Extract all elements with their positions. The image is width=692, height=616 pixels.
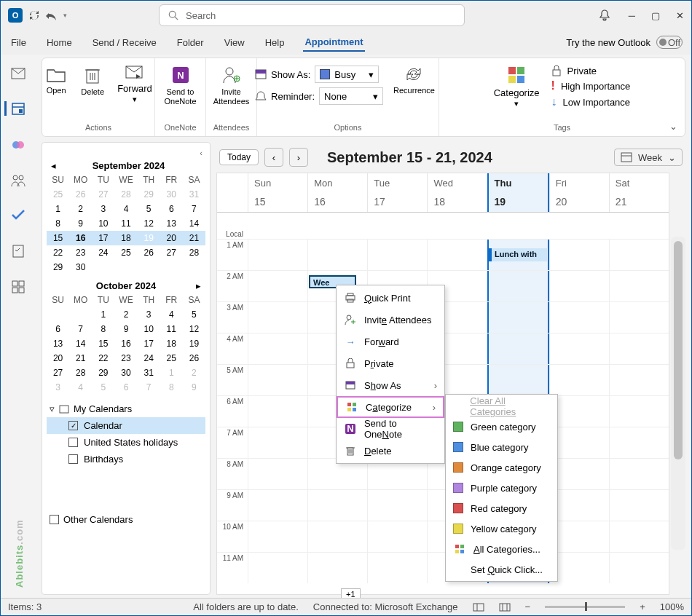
vertical-scrollbar[interactable] xyxy=(671,237,685,550)
svg-rect-32 xyxy=(517,76,524,83)
ctx-show-as[interactable]: Show As› xyxy=(337,374,444,396)
sub-clear-all: Clear All Categories xyxy=(446,396,557,416)
menu-send-receive[interactable]: Send / Receive xyxy=(91,34,158,51)
ribbon-categorize[interactable]: Categorize▾ xyxy=(488,61,546,113)
ribbon-group-onenote: OneNote xyxy=(164,123,196,133)
ctx-delete[interactable]: Delete xyxy=(337,440,444,462)
bell-icon[interactable] xyxy=(598,9,611,22)
sidebar-collapse[interactable]: ‹ xyxy=(47,147,205,159)
tasks-icon[interactable] xyxy=(12,244,25,258)
mini-calendar-oct[interactable]: SUMOTUWETHFRSA12345678910111213141516171… xyxy=(47,293,205,395)
ribbon-high-importance[interactable]: !High Importance xyxy=(551,79,631,92)
day-header-mon[interactable]: Mon16 xyxy=(307,173,367,212)
ribbon-group-attendees: Attendees xyxy=(213,123,250,133)
event-lunch[interactable]: Lunch with xyxy=(489,248,547,261)
calendar-item-holidays[interactable]: United States holidays xyxy=(47,434,205,451)
menu-view[interactable]: View xyxy=(223,34,246,51)
sub-purple[interactable]: Purple category xyxy=(446,478,557,498)
sub-orange[interactable]: Orange category xyxy=(446,457,557,478)
next-week-button[interactable]: › xyxy=(289,148,308,167)
day-header-sun[interactable]: Sun15 xyxy=(248,173,307,212)
menu-appointment[interactable]: Appointment xyxy=(303,33,364,52)
svg-rect-60 xyxy=(460,550,464,553)
sub-red[interactable]: Red category xyxy=(446,498,557,518)
svg-point-9 xyxy=(19,175,23,180)
mini-calendar-sept[interactable]: SUMOTUWETHFRSA25262728293031123456789101… xyxy=(47,173,205,275)
ribbon-group-tags: Tags xyxy=(554,123,570,133)
zoom-out[interactable]: − xyxy=(525,601,531,612)
svg-rect-38 xyxy=(347,293,353,296)
day-header-thu[interactable]: Thu19 xyxy=(487,173,549,212)
sub-blue[interactable]: Blue category xyxy=(446,437,557,457)
svg-rect-59 xyxy=(455,550,459,553)
view-reading-icon[interactable] xyxy=(499,603,511,612)
other-calendars-header[interactable]: Other Calendars xyxy=(47,511,205,528)
prev-week-button[interactable]: ‹ xyxy=(264,148,283,167)
ribbon-recurrence[interactable]: Recurrence xyxy=(388,61,441,105)
ribbon-onenote[interactable]: N Send to OneNote xyxy=(158,61,202,111)
ribbon-invite[interactable]: Invite Attendees xyxy=(208,61,256,111)
show-as-select[interactable]: Busy▾ xyxy=(315,66,379,83)
next-month[interactable]: ▸ xyxy=(196,280,201,291)
day-header-fri[interactable]: Fri20 xyxy=(549,173,609,212)
view-week-button[interactable]: Week ⌄ xyxy=(614,149,683,166)
ribbon-low-importance[interactable]: ↓Low Importance xyxy=(551,95,631,108)
sub-yellow[interactable]: Yellow category xyxy=(446,518,557,539)
sync-icon[interactable] xyxy=(28,9,40,21)
menu-home[interactable]: Home xyxy=(45,34,74,51)
search-input[interactable]: Search xyxy=(159,4,465,26)
today-button[interactable]: Today xyxy=(219,149,259,165)
ribbon-delete[interactable]: Delete xyxy=(75,61,110,101)
sub-set-quick-click[interactable]: Set Quick Click... xyxy=(446,559,557,580)
ctx-forward[interactable]: →Forward xyxy=(337,331,444,352)
toggle-off-icon[interactable]: Off xyxy=(656,36,683,49)
svg-rect-11 xyxy=(12,281,17,286)
ctx-onenote[interactable]: NSend to OneNote xyxy=(337,418,444,440)
ctx-quick-print[interactable]: Quick Print xyxy=(337,287,444,309)
calendar-item-calendar[interactable]: Calendar xyxy=(47,417,205,434)
sub-all-categories[interactable]: All Categories... xyxy=(446,539,557,559)
chevron-down-icon[interactable]: ▾ xyxy=(63,12,67,19)
todo-icon[interactable] xyxy=(11,209,25,222)
reminder-label: Reminder: xyxy=(271,91,315,102)
undo-icon[interactable] xyxy=(46,10,58,20)
mail-icon[interactable] xyxy=(11,68,25,79)
svg-rect-35 xyxy=(621,153,632,162)
prev-month[interactable]: ◂ xyxy=(51,160,56,171)
my-calendars-header[interactable]: ▿ My Calendars xyxy=(47,400,205,417)
month1-title: September 2024 xyxy=(56,160,201,171)
ctx-invite-attendees[interactable]: Invite Attendees xyxy=(337,309,444,331)
try-new-outlook[interactable]: Try the new Outlook Off xyxy=(566,36,683,49)
ctx-private[interactable]: Private xyxy=(337,352,444,374)
svg-point-23 xyxy=(226,68,233,75)
copilot-icon[interactable] xyxy=(11,138,25,152)
ribbon-forward[interactable]: Forward▾ xyxy=(111,61,158,108)
menu-file[interactable]: File xyxy=(9,34,28,51)
close-button[interactable]: ✕ xyxy=(676,10,684,21)
ribbon-open[interactable]: Open xyxy=(39,61,74,100)
svg-rect-5 xyxy=(19,109,23,113)
day-header-wed[interactable]: Wed18 xyxy=(427,173,487,212)
minimize-button[interactable]: ─ xyxy=(629,10,635,21)
ctx-categorize[interactable]: Categorize› xyxy=(337,396,444,418)
calendar-item-birthdays[interactable]: Birthdays xyxy=(47,451,205,467)
svg-rect-31 xyxy=(508,76,516,83)
maximize-button[interactable]: ▢ xyxy=(651,10,660,21)
calendar-icon[interactable] xyxy=(4,101,25,116)
day-header-tue[interactable]: Tue17 xyxy=(367,173,427,212)
view-normal-icon[interactable] xyxy=(473,603,484,612)
day-header-sat[interactable]: Sat21 xyxy=(609,173,669,212)
zoom-in[interactable]: + xyxy=(640,601,645,612)
reminder-select[interactable]: None▾ xyxy=(319,87,383,105)
zoom-slider[interactable] xyxy=(545,606,625,608)
sub-green[interactable]: Green category xyxy=(446,416,557,437)
svg-rect-29 xyxy=(508,67,516,74)
menu-help[interactable]: Help xyxy=(264,34,286,51)
search-placeholder: Search xyxy=(186,10,216,21)
menu-folder[interactable]: Folder xyxy=(176,34,205,51)
ribbon-collapse-icon[interactable]: ⌄ xyxy=(669,121,677,132)
people-icon[interactable] xyxy=(11,174,25,187)
svg-rect-28 xyxy=(256,70,266,74)
apps-icon[interactable] xyxy=(12,280,25,293)
ribbon-private[interactable]: Private xyxy=(551,65,631,76)
